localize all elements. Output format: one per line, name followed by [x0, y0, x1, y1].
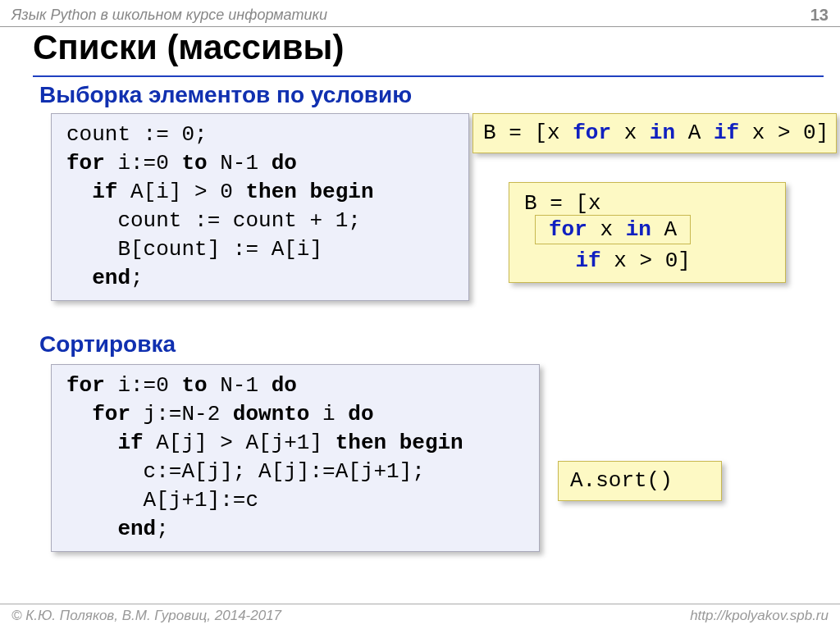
footer-bar: © К.Ю. Поляков, В.М. Гуровиц, 2014-2017 … [0, 604, 840, 624]
python-code-filter-oneline: B = [x for x in A if x > 0] [472, 113, 837, 153]
footer-copyright: © К.Ю. Поляков, В.М. Гуровиц, 2014-2017 [11, 608, 281, 624]
header-bar: Язык Python в школьном курсе информатики… [0, 0, 840, 27]
section-1-title: Выборка элементов по условию [39, 82, 412, 108]
title-rule [33, 75, 824, 77]
footer-url: http://kpolyakov.spb.ru [690, 608, 829, 624]
page-number: 13 [810, 6, 829, 25]
python-code-sort: A.sort() [558, 461, 722, 501]
page-title: Списки (массивы) [33, 28, 344, 67]
slide: Язык Python в школьном курсе информатики… [0, 0, 840, 629]
section-2-title: Сортировка [39, 331, 176, 358]
python-highlight-for-in: for x in A [535, 215, 691, 244]
pascal-code-filter: count := 0; for i:=0 to N-1 do if A[i] >… [51, 113, 469, 301]
pascal-code-sort: for i:=0 to N-1 do for j:=N-2 downto i d… [51, 364, 540, 552]
course-title: Язык Python в школьном курсе информатики [11, 7, 327, 24]
